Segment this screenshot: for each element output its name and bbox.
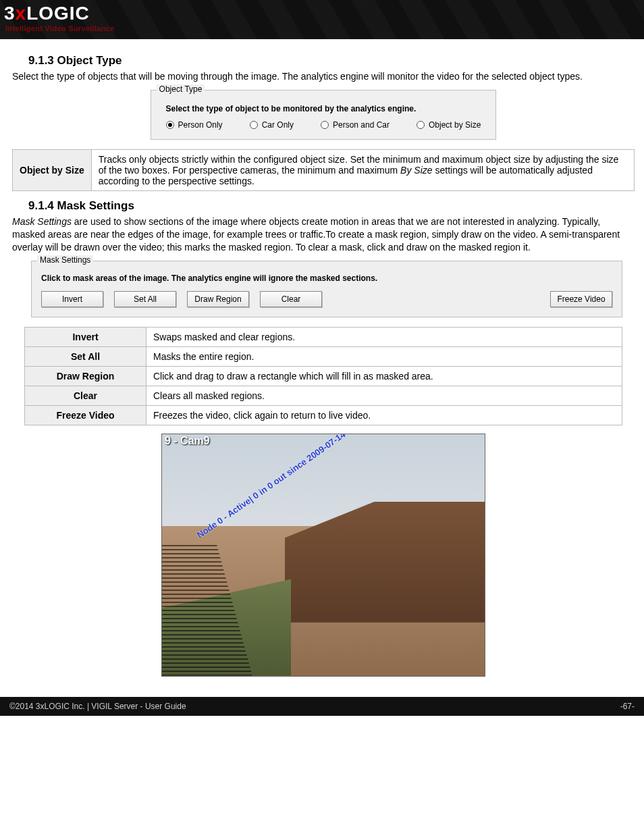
radio-label: Object by Size [429,120,481,130]
def-term: Object by Size [13,149,92,190]
section-intro-mask-settings: Mask Settings are used to show sections … [12,215,635,254]
table-row: Object by Size Tracks only objects stric… [13,149,635,190]
def-body: Tracks only objects strictly within the … [91,149,634,190]
brand-tagline: Intelligent Video Surveillance [5,24,115,32]
camera-preview-figure: 9 - Cam9 Node 0 - Active| 0 in 0 out sin… [161,434,485,677]
table-row: Invert Swaps masked and clear regions. [25,327,622,346]
def-term: Invert [25,327,146,346]
draw-region-button[interactable]: Draw Region [187,291,249,307]
mask-group-label: Mask Settings [37,255,93,265]
object-type-group-label: Object Type [157,84,205,94]
radio-dot-icon [250,121,258,129]
section-heading-mask-settings: 9.1.4 Mask Settings [28,199,635,213]
freeze-video-button[interactable]: Freeze Video [550,291,612,307]
radio-dot-icon [321,121,329,129]
object-by-size-table: Object by Size Tracks only objects stric… [12,149,635,191]
footer-left: ©2014 3xLOGIC Inc. | VIGIL Server - User… [9,702,186,711]
page-header-banner: 3xLOGIC Intelligent Video Surveillance [0,0,644,39]
def-body: Click and drag to draw a rectangle which… [146,366,622,386]
def-body: Freezes the video, click again to return… [146,405,622,425]
brand-logo: 3xLOGIC [4,3,90,24]
section-heading-object-type: 9.1.3 Object Type [28,54,635,68]
def-body: Swaps masked and clear regions. [146,327,622,346]
camera-building-shape [285,502,485,623]
set-all-button[interactable]: Set All [114,291,176,307]
radio-person-and-car[interactable]: Person and Car [321,120,390,130]
radio-car-only[interactable]: Car Only [250,120,294,130]
mask-group-legend: Click to mask areas of the image. The an… [41,273,612,283]
mask-defs-table: Invert Swaps masked and clear regions. S… [24,327,622,425]
radio-label: Car Only [262,120,294,130]
invert-button[interactable]: Invert [41,291,103,307]
radio-object-by-size[interactable]: Object by Size [417,120,481,130]
table-row: Freeze Video Freezes the video, click ag… [25,405,622,425]
section-intro-object-type: Select the type of objects that will be … [12,70,635,83]
object-type-radio-row: Person Only Car Only Person and Car Obje… [166,120,481,130]
def-term: Draw Region [25,366,146,386]
object-type-legend: Select the type of object to be monitore… [166,104,481,113]
camera-title-overlay: 9 - Cam9 [165,436,210,446]
radio-label: Person Only [178,120,223,130]
mask-settings-groupbox: Mask Settings Click to mask areas of the… [31,261,622,317]
footer-page-number: -67- [620,702,635,711]
radio-dot-icon [417,121,425,129]
table-row: Set All Masks the entire region. [25,346,622,366]
def-body: Clears all masked regions. [146,386,622,405]
page-footer: ©2014 3xLOGIC Inc. | VIGIL Server - User… [0,697,644,716]
def-term: Clear [25,386,146,405]
clear-button[interactable]: Clear [260,291,322,307]
table-row: Clear Clears all masked regions. [25,386,622,405]
table-row: Draw Region Click and drag to draw a rec… [25,366,622,386]
def-body: Masks the entire region. [146,346,622,366]
radio-dot-icon [166,121,174,129]
def-term: Freeze Video [25,405,146,425]
def-term: Set All [25,346,146,366]
object-type-groupbox: Object Type Select the type of object to… [151,90,497,140]
radio-person-only[interactable]: Person Only [166,120,223,130]
radio-label: Person and Car [333,120,390,130]
